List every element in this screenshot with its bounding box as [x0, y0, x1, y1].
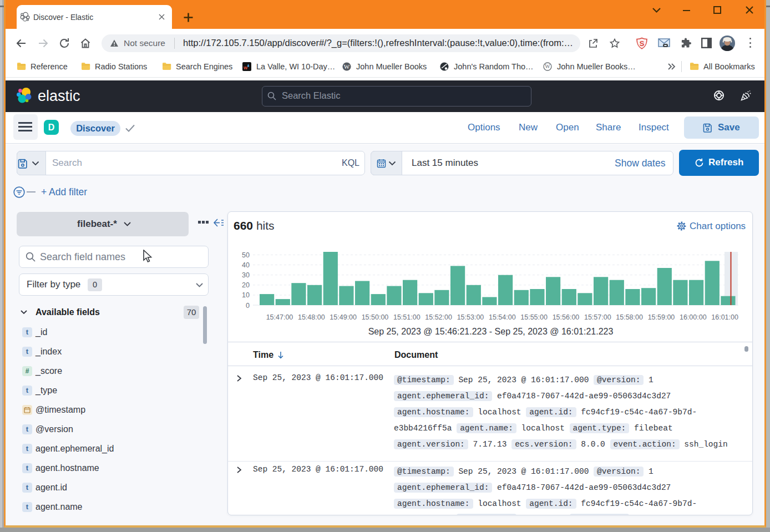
svg-text:15:53:00: 15:53:00 [457, 313, 484, 321]
svg-text:S: S [640, 39, 645, 48]
svg-text:40: 40 [242, 261, 250, 269]
svg-text:15:54:00: 15:54:00 [489, 313, 516, 321]
svg-text:15:58:00: 15:58:00 [616, 313, 643, 321]
svg-text:W: W [545, 63, 550, 69]
svg-text:15:52:00: 15:52:00 [425, 313, 452, 321]
svg-text:15:56:00: 15:56:00 [553, 313, 580, 321]
svg-text:15:47:00: 15:47:00 [266, 313, 293, 321]
svg-text:50: 50 [242, 251, 250, 259]
svg-text:16:01:00: 16:01:00 [711, 313, 738, 321]
svg-text:15:50:00: 15:50:00 [362, 313, 389, 321]
svg-text:w: w [243, 65, 248, 70]
svg-text:15:55:00: 15:55:00 [520, 313, 548, 321]
svg-text:15:57:00: 15:57:00 [584, 313, 611, 321]
svg-text:20: 20 [242, 281, 250, 289]
svg-text:30: 30 [242, 271, 250, 279]
svg-text:15:51:00: 15:51:00 [393, 313, 421, 321]
svg-text:15:48:00: 15:48:00 [298, 313, 325, 321]
svg-text:15:49:00: 15:49:00 [330, 313, 357, 321]
svg-text:10: 10 [242, 291, 250, 299]
svg-text:15:59:00: 15:59:00 [648, 313, 675, 321]
svg-text:16:00:00: 16:00:00 [680, 313, 707, 321]
svg-text:0: 0 [246, 302, 250, 310]
svg-text:W: W [344, 63, 350, 70]
